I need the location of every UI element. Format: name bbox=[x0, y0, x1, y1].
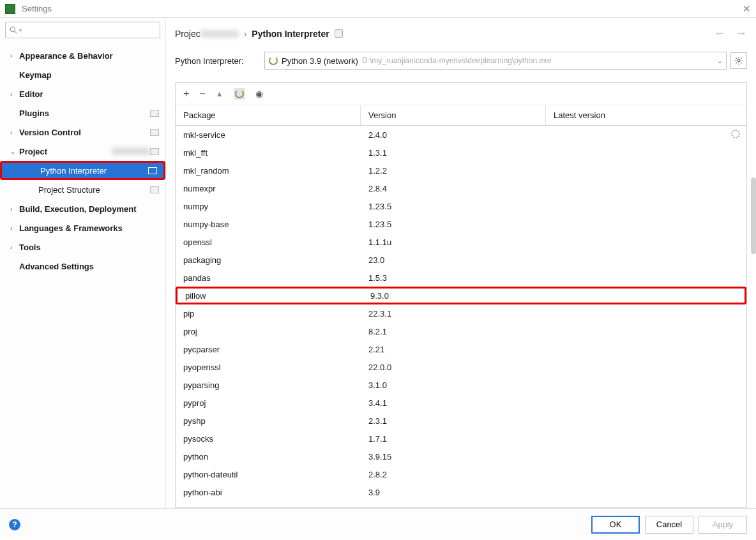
cancel-button[interactable]: Cancel bbox=[645, 516, 693, 534]
expand-arrow-icon: › bbox=[10, 52, 17, 59]
package-table-body[interactable]: mkl-service2.4.0mkl_fft1.3.1mkl_random1.… bbox=[176, 126, 746, 507]
col-version[interactable]: Version bbox=[361, 105, 546, 125]
col-latest[interactable]: Latest version bbox=[546, 105, 746, 125]
close-icon[interactable]: ✕ bbox=[743, 3, 751, 15]
sidebar-item-label: Appearance & Behavior bbox=[19, 51, 165, 61]
package-version: 22.3.1 bbox=[361, 309, 546, 319]
sidebar-item-tools[interactable]: ›Tools bbox=[0, 237, 165, 257]
refresh-button[interactable] bbox=[234, 88, 245, 100]
table-row[interactable]: mkl_fft1.3.1 bbox=[176, 144, 746, 161]
table-row[interactable]: pip22.3.1 bbox=[176, 304, 746, 322]
sidebar-item-project[interactable]: ⌄Project bbox=[0, 142, 165, 161]
gear-icon bbox=[734, 56, 743, 65]
add-package-button[interactable]: + bbox=[183, 88, 189, 100]
col-package[interactable]: Package bbox=[176, 105, 361, 125]
package-version: 1.5.3 bbox=[361, 273, 546, 283]
package-name: python-dateutil bbox=[176, 470, 361, 479]
loading-spinner-icon bbox=[731, 130, 740, 139]
help-button[interactable]: ? bbox=[9, 519, 20, 530]
package-version: 2.4.0 bbox=[361, 130, 546, 140]
sidebar-item-project-structure[interactable]: Project Structure bbox=[0, 180, 165, 199]
table-row[interactable]: pillow9.3.0 bbox=[176, 287, 746, 304]
package-version: 1.2.2 bbox=[361, 166, 546, 176]
table-row[interactable]: python-dateutil2.8.2 bbox=[176, 465, 746, 483]
package-name: pyparsing bbox=[176, 380, 361, 390]
sidebar-item-advanced-settings[interactable]: Advanced Settings bbox=[0, 257, 165, 276]
nav-forward-icon[interactable]: → bbox=[736, 27, 747, 40]
table-row[interactable]: python3.9.15 bbox=[176, 447, 746, 465]
project-scope-icon bbox=[150, 110, 159, 117]
table-row[interactable]: numexpr2.8.4 bbox=[176, 179, 746, 197]
package-version: 3.9 bbox=[361, 488, 546, 497]
package-name: numexpr bbox=[176, 184, 361, 193]
table-row[interactable]: mkl-service2.4.0 bbox=[176, 126, 746, 144]
table-row[interactable]: pyshp2.3.1 bbox=[176, 412, 746, 430]
expand-arrow-icon: › bbox=[10, 206, 17, 213]
table-row[interactable]: packaging23.0 bbox=[176, 251, 746, 269]
package-version: 2.8.2 bbox=[361, 470, 546, 479]
search-options-icon[interactable]: ▾ bbox=[19, 27, 22, 33]
package-version: 2.21 bbox=[361, 345, 546, 354]
sidebar-item-version-control[interactable]: ›Version Control bbox=[0, 123, 165, 142]
table-row[interactable]: pyparsing3.1.0 bbox=[176, 376, 746, 394]
sidebar-item-editor[interactable]: ›Editor bbox=[0, 84, 165, 103]
sidebar-item-label: Languages & Frameworks bbox=[19, 223, 165, 233]
package-version: 1.23.5 bbox=[361, 202, 546, 211]
table-row[interactable]: numpy-base1.23.5 bbox=[176, 215, 746, 233]
expand-arrow-icon: › bbox=[10, 225, 17, 232]
package-name: pillow bbox=[178, 291, 363, 301]
project-scope-icon bbox=[150, 148, 159, 155]
nav-back-icon[interactable]: ← bbox=[714, 27, 725, 40]
sidebar-item-appearance-behavior[interactable]: ›Appearance & Behavior bbox=[0, 46, 165, 65]
apply-button[interactable]: Apply bbox=[699, 516, 747, 534]
package-version: 2.3.1 bbox=[361, 416, 546, 426]
package-name: mkl-service bbox=[176, 130, 361, 140]
package-version: 1.1.1u bbox=[361, 237, 546, 247]
table-row[interactable]: openssl1.1.1u bbox=[176, 233, 746, 251]
sidebar-item-python-interpreter[interactable]: Python Interpreter bbox=[0, 161, 165, 180]
gear-button[interactable] bbox=[730, 52, 747, 69]
svg-point-0 bbox=[10, 27, 15, 31]
blurred-text bbox=[200, 30, 239, 38]
table-row[interactable]: pyproj3.4.1 bbox=[176, 394, 746, 412]
sidebar: ▾ ›Appearance & BehaviorKeymap›EditorPlu… bbox=[0, 18, 166, 508]
remove-package-button[interactable]: − bbox=[199, 88, 205, 100]
sidebar-item-plugins[interactable]: Plugins bbox=[0, 103, 165, 123]
package-name: pyshp bbox=[176, 416, 361, 426]
table-row[interactable]: python-abi3.9 bbox=[176, 483, 746, 501]
table-row[interactable]: proj8.2.1 bbox=[176, 322, 746, 340]
package-version: 3.9.15 bbox=[361, 452, 546, 461]
package-version: 1.3.1 bbox=[361, 148, 546, 158]
sidebar-item-label: Plugins bbox=[19, 109, 150, 118]
sidebar-item-build-execution-deployment[interactable]: ›Build, Execution, Deployment bbox=[0, 199, 165, 218]
package-version: 23.0 bbox=[361, 255, 546, 265]
table-row[interactable]: numpy1.23.5 bbox=[176, 197, 746, 215]
table-row[interactable]: pysocks1.7.1 bbox=[176, 430, 746, 447]
table-row[interactable]: pandas1.5.3 bbox=[176, 269, 746, 287]
table-row[interactable]: mkl_random1.2.2 bbox=[176, 161, 746, 179]
scrollbar-thumb[interactable] bbox=[751, 177, 756, 254]
package-version: 22.0.0 bbox=[361, 363, 546, 372]
search-input[interactable]: ▾ bbox=[5, 22, 160, 38]
breadcrumb-leaf: Python Interpreter bbox=[252, 29, 329, 39]
interpreter-dropdown[interactable]: Python 3.9 (network) D:\my_ruanjian\cond… bbox=[264, 52, 727, 70]
package-name: proj bbox=[176, 327, 361, 336]
package-name: mkl_fft bbox=[176, 148, 361, 158]
table-row[interactable]: pycparser2.21 bbox=[176, 340, 746, 358]
expand-arrow-icon: › bbox=[10, 129, 17, 136]
sidebar-item-label: Advanced Settings bbox=[19, 262, 165, 271]
window-title: Settings bbox=[22, 4, 52, 13]
sidebar-item-keymap[interactable]: Keymap bbox=[0, 65, 165, 84]
ok-button[interactable]: OK bbox=[591, 516, 640, 534]
expand-arrow-icon: › bbox=[10, 244, 17, 251]
expand-arrow-icon: ⌄ bbox=[10, 148, 17, 155]
package-name: python-abi bbox=[176, 488, 361, 497]
reset-icon[interactable] bbox=[335, 29, 343, 38]
sidebar-item-languages-frameworks[interactable]: ›Languages & Frameworks bbox=[0, 218, 165, 237]
package-name: mkl_random bbox=[176, 166, 361, 176]
show-early-releases-button[interactable]: ◉ bbox=[255, 89, 263, 99]
table-row[interactable]: pyopenssl22.0.0 bbox=[176, 358, 746, 376]
upgrade-package-button[interactable]: ▲ bbox=[216, 89, 223, 98]
breadcrumb-root[interactable]: Projec bbox=[175, 29, 200, 39]
sidebar-item-label: Keymap bbox=[19, 70, 165, 80]
